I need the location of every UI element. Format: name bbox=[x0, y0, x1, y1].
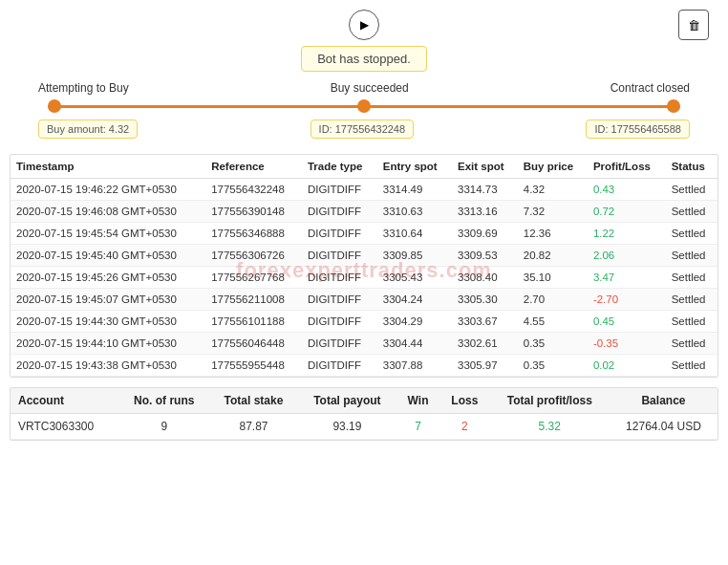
table-cell: 2020-07-15 19:45:40 GMT+0530 bbox=[11, 245, 205, 267]
footer-col-loss: Loss bbox=[439, 388, 489, 414]
footer-balance: 12764.04 USD bbox=[610, 414, 717, 440]
play-icon: ▶ bbox=[360, 18, 369, 32]
footer-payout: 93.19 bbox=[298, 414, 396, 440]
table-cell: 3309.85 bbox=[377, 245, 452, 267]
table-cell: 3305.30 bbox=[452, 289, 518, 311]
profit-loss-cell: 2.06 bbox=[588, 245, 666, 267]
footer-data-row: VRTC3063300 9 87.87 93.19 7 2 5.32 12764… bbox=[11, 414, 717, 440]
table-cell: 2020-07-15 19:46:08 GMT+0530 bbox=[11, 201, 205, 223]
col-trade-type: Trade type bbox=[302, 155, 377, 179]
col-status: Status bbox=[666, 155, 717, 179]
progress-dot-3 bbox=[667, 99, 680, 113]
progress-sublabel-3: ID: 177556465588 bbox=[586, 120, 690, 139]
table-cell: 177556211008 bbox=[205, 289, 302, 311]
table-cell: DIGITDIFF bbox=[302, 179, 377, 201]
table-cell: 3309.69 bbox=[452, 223, 518, 245]
table-cell: 3314.49 bbox=[377, 179, 452, 201]
progress-label-1: Attempting to Buy bbox=[38, 81, 129, 95]
col-timestamp: Timestamp bbox=[11, 155, 205, 179]
footer-runs: 9 bbox=[118, 414, 209, 440]
table-cell: DIGITDIFF bbox=[302, 201, 377, 223]
table-cell: 2020-07-15 19:44:30 GMT+0530 bbox=[11, 311, 205, 333]
table-cell: 177556390148 bbox=[205, 201, 302, 223]
table-cell: 3302.61 bbox=[452, 333, 518, 355]
table-row: 2020-07-15 19:43:38 GMT+0530177555955448… bbox=[11, 355, 717, 377]
footer-col-runs: No. of runs bbox=[118, 388, 209, 414]
status-banner: Bot has stopped. bbox=[301, 46, 427, 72]
table-cell: 20.82 bbox=[518, 245, 588, 267]
table-cell: DIGITDIFF bbox=[302, 289, 377, 311]
progress-track bbox=[48, 98, 680, 114]
table-cell: 177556432248 bbox=[205, 179, 302, 201]
table-row: 2020-07-15 19:45:54 GMT+0530177556346888… bbox=[11, 223, 717, 245]
profit-loss-cell: 0.43 bbox=[588, 179, 666, 201]
table-row: 2020-07-15 19:46:22 GMT+0530177556432248… bbox=[11, 179, 717, 201]
table-cell: 177556267768 bbox=[205, 267, 302, 289]
footer-account: VRTC3063300 bbox=[11, 414, 118, 440]
table-cell: DIGITDIFF bbox=[302, 267, 377, 289]
progress-sublabels: Buy amount: 4.32 ID: 177556432248 ID: 17… bbox=[38, 120, 690, 139]
profit-loss-cell: 1.22 bbox=[588, 223, 666, 245]
status-cell: Settled bbox=[666, 267, 717, 289]
footer-col-profit-loss: Total profit/loss bbox=[490, 388, 610, 414]
table-row: 2020-07-15 19:45:07 GMT+0530177556211008… bbox=[11, 289, 717, 311]
trades-table: Timestamp Reference Trade type Entry spo… bbox=[11, 155, 717, 377]
table-cell: 2020-07-15 19:45:54 GMT+0530 bbox=[11, 223, 205, 245]
profit-loss-cell: 0.45 bbox=[588, 311, 666, 333]
table-cell: 0.35 bbox=[518, 333, 588, 355]
table-cell: 177556346888 bbox=[205, 223, 302, 245]
footer-win: 7 bbox=[396, 414, 439, 440]
status-cell: Settled bbox=[666, 201, 717, 223]
table-cell: 177556101188 bbox=[205, 311, 302, 333]
table-cell: 4.32 bbox=[518, 179, 588, 201]
col-profit-loss: Profit/Loss bbox=[588, 155, 666, 179]
col-reference: Reference bbox=[205, 155, 302, 179]
footer-col-win: Win bbox=[396, 388, 439, 414]
status-cell: Settled bbox=[666, 223, 717, 245]
table-cell: 7.32 bbox=[518, 201, 588, 223]
table-cell: DIGITDIFF bbox=[302, 333, 377, 355]
table-cell: 3313.16 bbox=[452, 201, 518, 223]
status-cell: Settled bbox=[666, 289, 717, 311]
trades-table-wrapper[interactable]: Timestamp Reference Trade type Entry spo… bbox=[10, 154, 718, 378]
main-container: ▶ 🗑 Bot has stopped. Attempting to Buy B… bbox=[0, 0, 728, 565]
table-header-row: Timestamp Reference Trade type Entry spo… bbox=[11, 155, 717, 179]
col-entry-spot: Entry spot bbox=[377, 155, 452, 179]
footer-loss: 2 bbox=[439, 414, 489, 440]
play-button[interactable]: ▶ bbox=[349, 10, 379, 40]
progress-dots bbox=[48, 99, 680, 113]
profit-loss-cell: -2.70 bbox=[588, 289, 666, 311]
progress-sublabel-1: Buy amount: 4.32 bbox=[38, 120, 138, 139]
progress-label-3: Contract closed bbox=[610, 81, 690, 95]
table-row: 2020-07-15 19:44:30 GMT+0530177556101188… bbox=[11, 311, 717, 333]
footer-profit-loss: 5.32 bbox=[490, 414, 610, 440]
table-cell: DIGITDIFF bbox=[302, 311, 377, 333]
table-cell: 2020-07-15 19:44:10 GMT+0530 bbox=[11, 333, 205, 355]
table-row: 2020-07-15 19:45:26 GMT+0530177556267768… bbox=[11, 267, 717, 289]
progress-labels: Attempting to Buy Buy succeeded Contract… bbox=[38, 81, 690, 95]
top-bar: ▶ 🗑 bbox=[10, 10, 718, 40]
status-cell: Settled bbox=[666, 333, 717, 355]
table-cell: 3308.40 bbox=[452, 267, 518, 289]
footer-table-wrapper: Account No. of runs Total stake Total pa… bbox=[10, 387, 718, 441]
footer-col-account: Account bbox=[11, 388, 118, 414]
footer-col-stake: Total stake bbox=[209, 388, 298, 414]
trash-button[interactable]: 🗑 bbox=[678, 10, 709, 40]
table-cell: 3310.63 bbox=[377, 201, 452, 223]
status-cell: Settled bbox=[666, 245, 717, 267]
table-cell: 2020-07-15 19:43:38 GMT+0530 bbox=[11, 355, 205, 377]
table-cell: 3307.88 bbox=[377, 355, 452, 377]
progress-sublabel-2: ID: 177556432248 bbox=[310, 120, 415, 139]
table-cell: 3305.97 bbox=[452, 355, 518, 377]
table-cell: 3309.53 bbox=[452, 245, 518, 267]
table-cell: 3310.64 bbox=[377, 223, 452, 245]
table-cell: 3303.67 bbox=[452, 311, 518, 333]
table-cell: 177556046448 bbox=[205, 333, 302, 355]
status-cell: Settled bbox=[666, 179, 717, 201]
footer-stake: 87.87 bbox=[209, 414, 298, 440]
footer-table: Account No. of runs Total stake Total pa… bbox=[11, 388, 717, 440]
footer-col-balance: Balance bbox=[610, 388, 717, 414]
table-cell: 2.70 bbox=[518, 289, 588, 311]
table-cell: 3304.29 bbox=[377, 311, 452, 333]
progress-dot-1 bbox=[48, 99, 61, 113]
